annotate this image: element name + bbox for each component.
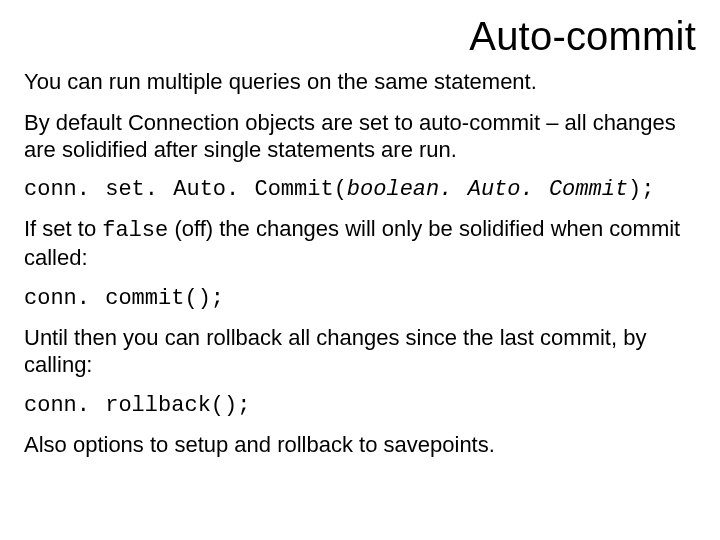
para-rollback: Until then you can rollback all changes …	[24, 325, 696, 379]
para-false: If set to false (off) the changes will o…	[24, 216, 696, 272]
code-setautocommit-c: );	[628, 177, 654, 202]
para-false-a: If set to	[24, 216, 102, 241]
code-setautocommit-a: conn. set. Auto. Commit(	[24, 177, 347, 202]
para-savepoints: Also options to setup and rollback to sa…	[24, 432, 696, 459]
slide-title: Auto-commit	[24, 14, 696, 59]
inline-code-false: false	[102, 218, 168, 243]
para-intro: You can run multiple queries on the same…	[24, 69, 696, 96]
para-default: By default Connection objects are set to…	[24, 110, 696, 164]
code-setautocommit-arg: boolean. Auto. Commit	[347, 177, 628, 202]
code-commit: conn. commit();	[24, 286, 696, 311]
slide: Auto-commit You can run multiple queries…	[0, 0, 720, 540]
code-rollback: conn. rollback();	[24, 393, 696, 418]
code-setautocommit: conn. set. Auto. Commit(boolean. Auto. C…	[24, 177, 696, 202]
